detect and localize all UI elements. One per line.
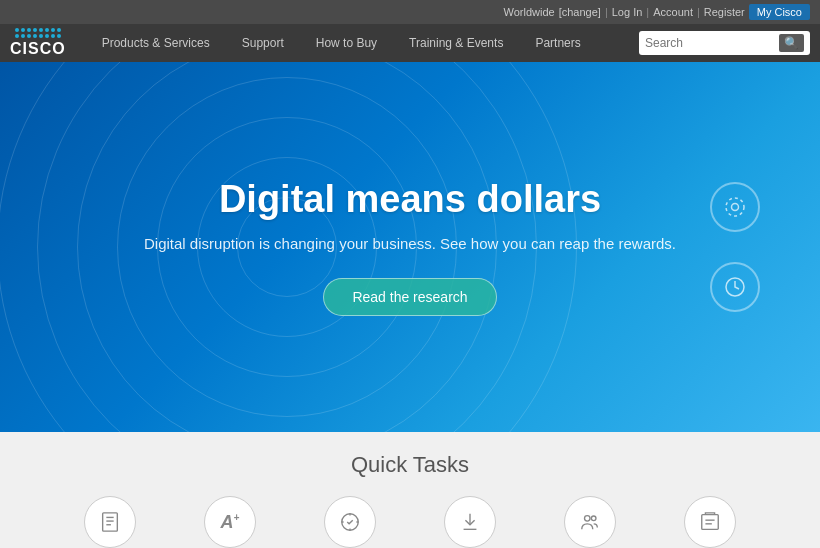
my-cisco-button[interactable]: My Cisco: [749, 4, 810, 20]
search-input[interactable]: [645, 36, 775, 50]
top-bar: Worldwide [change] | Log In | Account | …: [0, 0, 820, 24]
quick-tasks-title: Quick Tasks: [0, 452, 820, 478]
nav-products[interactable]: Products & Services: [86, 36, 226, 50]
hero-cta-button[interactable]: Read the research: [323, 278, 496, 316]
nav-training[interactable]: Training & Events: [393, 36, 519, 50]
tech-support-cases-icon: [684, 496, 736, 548]
nav-partners[interactable]: Partners: [519, 36, 596, 50]
cisco-logo[interactable]: CISCO: [10, 28, 66, 58]
tasks-grid: Design Guides A+ Learning Career Certifi…: [0, 496, 820, 548]
svg-point-11: [591, 516, 596, 521]
hero-icon-clock: [710, 262, 760, 312]
hero-section: Digital means dollars Digital disruption…: [0, 62, 820, 432]
svg-point-0: [732, 204, 739, 211]
hero-content: Digital means dollars Digital disruption…: [144, 178, 676, 316]
career-certifications-icon: [324, 496, 376, 548]
task-learning[interactable]: A+ Learning: [185, 496, 275, 548]
worldwide-text: Worldwide: [504, 6, 555, 18]
search-button[interactable]: 🔍: [779, 34, 804, 52]
task-support-community[interactable]: Support Community: [545, 496, 635, 548]
cisco-logo-text: CISCO: [10, 40, 66, 58]
svg-rect-3: [103, 513, 118, 531]
svg-point-10: [585, 516, 591, 522]
task-tech-support-cases[interactable]: Tech Support Cases: [665, 496, 755, 548]
nav-how-to-buy[interactable]: How to Buy: [300, 36, 393, 50]
task-software-downloads[interactable]: Software Downloads: [425, 496, 515, 548]
svg-rect-12: [702, 515, 719, 530]
hero-title: Digital means dollars: [144, 178, 676, 221]
nav-support[interactable]: Support: [226, 36, 300, 50]
task-career-certifications[interactable]: Career Certifications: [305, 496, 395, 548]
software-downloads-icon: [444, 496, 496, 548]
hero-subtitle: Digital disruption is changing your busi…: [144, 235, 676, 252]
support-community-icon: [564, 496, 616, 548]
search-bar: 🔍: [639, 31, 810, 55]
quick-tasks-section: Quick Tasks Design Guides A+ Learning: [0, 432, 820, 548]
svg-point-1: [726, 198, 744, 216]
task-design-guides[interactable]: Design Guides: [65, 496, 155, 548]
account-link[interactable]: Account: [653, 6, 693, 18]
register-link[interactable]: Register: [704, 6, 745, 18]
main-nav: CISCO Products & Services Support How to…: [0, 24, 820, 62]
learning-icon: A+: [204, 496, 256, 548]
hero-icon-gear: [710, 182, 760, 232]
nav-items: Products & Services Support How to Buy T…: [86, 36, 639, 50]
change-link[interactable]: [change]: [559, 6, 601, 18]
cisco-dots: [15, 28, 61, 38]
login-link[interactable]: Log In: [612, 6, 643, 18]
hero-icons: [710, 182, 760, 312]
design-guides-icon: [84, 496, 136, 548]
